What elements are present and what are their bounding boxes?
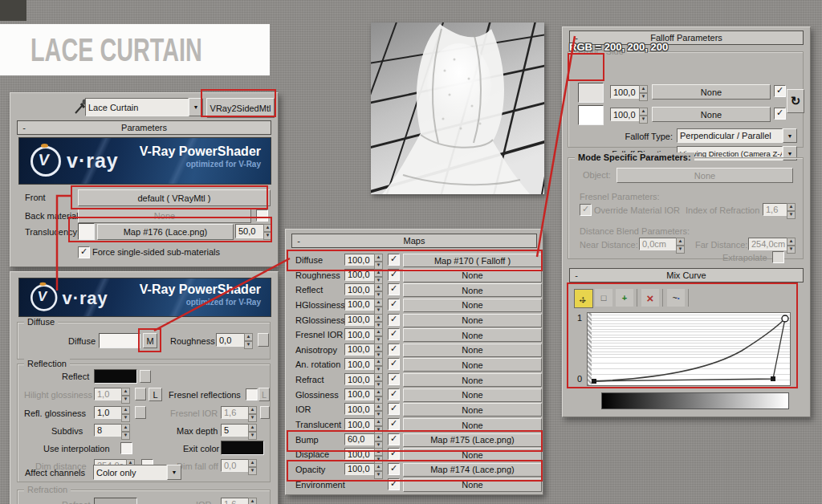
dim-fall-off-field[interactable]: 0,0 — [221, 459, 250, 472]
back-material-button[interactable]: None — [78, 209, 251, 223]
maps-checkbox-bump[interactable]: ✓ — [388, 433, 400, 445]
subdivs-field[interactable]: 8 — [94, 424, 124, 437]
maps-checkbox-hglossiness[interactable]: ✓ — [388, 299, 400, 311]
maps-amount-field-anisotropy[interactable]: 100,0 — [344, 343, 376, 356]
extrapolate-checkbox[interactable] — [772, 251, 784, 263]
maps-map-button-fresnel-ior[interactable]: None — [403, 328, 542, 342]
falloff-front-checkbox[interactable]: ✓ — [774, 85, 786, 97]
near-distance-field[interactable]: 0,0cm — [639, 238, 678, 250]
far-distance-spinner[interactable]: ▲▼ — [787, 238, 796, 254]
maps-map-button-reflect[interactable]: None — [403, 283, 542, 297]
add-point-tool[interactable]: + — [616, 289, 633, 307]
swap-front-side-button[interactable]: ↻ — [787, 89, 804, 113]
maps-amount-field-hglossiness[interactable]: 100,0 — [344, 299, 376, 311]
reflect-color-swatch[interactable] — [94, 369, 137, 384]
curve-point-start[interactable] — [592, 379, 596, 384]
fresnel-ior-spinner[interactable]: ▲▼ — [248, 406, 257, 422]
scale-point-tool[interactable]: □ — [595, 289, 612, 307]
hilight-glossiness-spinner[interactable]: ▲▼ — [121, 388, 130, 404]
reflect-map-button[interactable] — [140, 370, 151, 383]
material-name-dropdown-arrow-icon[interactable]: ▼ — [189, 98, 203, 116]
maps-checkbox-rglossiness[interactable]: ✓ — [388, 314, 400, 326]
delete-point-tool[interactable]: × — [641, 289, 659, 307]
refraction-ior-spinner[interactable]: ▲▼ — [248, 498, 257, 504]
affect-channels-value[interactable]: Color only — [93, 465, 167, 480]
curve-point-mid[interactable] — [771, 376, 775, 381]
translucency-map-button[interactable]: Map #176 (Lace.png) — [97, 224, 234, 240]
maps-amount-field-displace[interactable]: 100,0 — [344, 448, 376, 460]
falloff-side-color-swatch[interactable] — [578, 105, 604, 125]
diffuse-color-swatch[interactable] — [99, 333, 140, 348]
maps-amount-field-opacity[interactable]: 100,0 — [344, 463, 376, 475]
maps-amount-field-an-rotation[interactable]: 100,0 — [344, 358, 376, 370]
maps-checkbox-ior[interactable]: ✓ — [388, 403, 400, 415]
fresnel-reflections-checkbox[interactable] — [246, 388, 258, 400]
roughness-field[interactable]: 0,0 — [216, 333, 246, 347]
falloff-type-dropdown[interactable]: Perpendicular / Parallel ▼ — [677, 128, 797, 143]
maps-map-button-hglossiness[interactable]: None — [403, 299, 542, 312]
maps-map-button-displace[interactable]: None — [403, 448, 542, 461]
hilight-glossiness-map-button[interactable] — [135, 388, 146, 400]
falloff-type-value[interactable]: Perpendicular / Parallel — [677, 128, 783, 143]
curve-point-end-selected[interactable] — [782, 315, 788, 322]
maps-amount-field-translucent[interactable]: 100,0 — [344, 418, 376, 430]
maps-map-button-ior[interactable]: None — [403, 403, 542, 417]
maps-checkbox-glossiness[interactable]: ✓ — [388, 388, 400, 400]
back-material-checkbox[interactable] — [256, 209, 268, 222]
material-name-value[interactable]: Lace Curtain — [85, 98, 189, 116]
hilight-lock-button[interactable]: L — [149, 388, 162, 401]
parameters-rollout-header[interactable]: - Parameters — [17, 120, 271, 135]
falloff-side-spinner[interactable]: ▲▼ — [639, 108, 648, 124]
maps-map-button-opacity[interactable]: Map #174 (Lace.png) — [403, 463, 542, 477]
affect-channels-dropdown[interactable]: Color only ▼ — [93, 465, 181, 480]
falloff-front-map-button[interactable]: None — [652, 84, 771, 100]
maps-checkbox-reflect[interactable]: ✓ — [388, 283, 400, 295]
roughness-spinner[interactable]: ▲▼ — [244, 333, 253, 349]
falloff-type-arrow-icon[interactable]: ▼ — [783, 128, 797, 143]
dim-fall-off-spinner[interactable]: ▲▼ — [248, 459, 257, 475]
maps-checkbox-translucent[interactable]: ✓ — [388, 418, 400, 430]
maps-rollout-header[interactable]: - Maps — [291, 234, 537, 248]
maps-amount-field-refract[interactable]: 100,0 — [344, 373, 376, 385]
refraction-ior-field[interactable]: 1,6 — [221, 498, 250, 504]
maps-amount-field-reflect[interactable]: 100,0 — [344, 283, 376, 295]
maps-amount-field-fresnel-ior[interactable]: 100,0 — [344, 328, 376, 340]
hilight-glossiness-field[interactable]: 1,0 — [94, 388, 124, 400]
material-type-button[interactable]: VRay2SidedMtl — [206, 98, 275, 118]
maps-map-button-diffuse[interactable]: Map #170 ( Falloff ) — [403, 254, 542, 267]
mix-curve-area[interactable] — [587, 312, 791, 386]
refl-glossiness-map-button[interactable] — [135, 406, 146, 419]
diffuse-map-m-button[interactable]: M — [143, 333, 157, 348]
maps-amount-field-bump[interactable]: 60,0 — [344, 433, 376, 445]
max-depth-spinner[interactable]: ▲▼ — [248, 424, 257, 440]
translucency-amount-field[interactable]: 50,0 — [235, 224, 266, 238]
far-distance-field[interactable]: 254,0cm — [748, 238, 789, 250]
fresnel-ior-field[interactable]: 1,6 — [221, 406, 250, 419]
maps-checkbox-refract[interactable]: ✓ — [388, 373, 400, 385]
material-name-dropdown[interactable]: Lace Curtain ▼ — [85, 98, 203, 116]
maps-map-button-environment[interactable]: None — [403, 478, 542, 492]
maps-checkbox-diffuse[interactable]: ✓ — [388, 254, 400, 266]
maps-amount-field-glossiness[interactable]: 100,0 — [344, 388, 376, 400]
maps-map-button-roughness[interactable]: None — [403, 269, 542, 282]
max-depth-field[interactable]: 5 — [221, 424, 250, 437]
translucency-color-swatch[interactable] — [78, 223, 95, 240]
exit-color-swatch[interactable] — [221, 441, 264, 455]
reset-curves-tool[interactable]: ~• — [667, 289, 685, 307]
maps-checkbox-displace[interactable]: ✓ — [388, 448, 400, 460]
maps-map-button-glossiness[interactable]: None — [403, 388, 542, 402]
fresnel-lock-button[interactable]: L — [258, 388, 270, 401]
force-single-sided-checkbox[interactable]: ✓ — [78, 246, 90, 258]
maps-checkbox-roughness[interactable]: ✓ — [388, 269, 400, 281]
falloff-front-color-swatch[interactable] — [578, 83, 604, 103]
maps-checkbox-opacity[interactable]: ✓ — [388, 463, 400, 475]
fresnel-ior-map-button[interactable] — [260, 406, 270, 419]
maps-amount-field-rglossiness[interactable]: 100,0 — [344, 314, 376, 326]
translucency-amount-spinner[interactable]: ▲▼ — [263, 224, 272, 240]
maps-map-button-refract[interactable]: None — [403, 373, 542, 387]
maps-checkbox-an-rotation[interactable]: ✓ — [388, 358, 400, 370]
refract-color-swatch[interactable] — [94, 498, 137, 504]
subdivs-spinner[interactable]: ▲▼ — [121, 424, 130, 440]
maps-map-button-translucent[interactable]: None — [403, 418, 542, 432]
maps-map-button-bump[interactable]: Map #175 (Lace.png) — [403, 433, 542, 447]
